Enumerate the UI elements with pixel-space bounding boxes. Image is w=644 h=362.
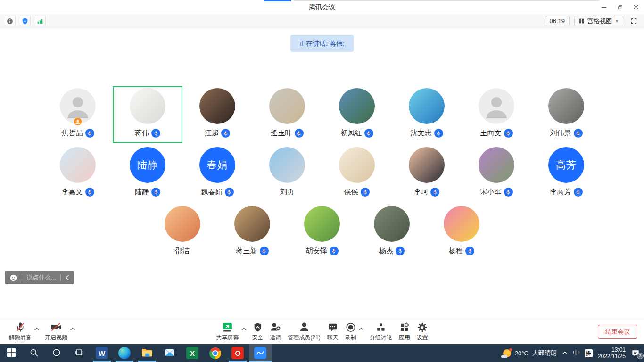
minimize-icon xyxy=(601,4,607,10)
meeting-info-button[interactable] xyxy=(4,16,16,26)
fullscreen-button[interactable] xyxy=(628,16,639,26)
participant-tile[interactable]: 王向文 xyxy=(462,86,531,143)
taskbar-app-search[interactable] xyxy=(23,344,45,362)
avatar-wrap xyxy=(479,88,514,124)
participant-tile[interactable]: 沈文忠 xyxy=(392,86,462,143)
taskbar-app-meeting[interactable] xyxy=(249,344,272,362)
emoji-button[interactable] xyxy=(9,274,17,282)
avatar-wrap xyxy=(234,206,270,242)
toolbar-share-button[interactable]: 共享屏幕 xyxy=(213,321,242,342)
participant-tile[interactable]: 刘勇 xyxy=(252,145,322,202)
acrobat-icon xyxy=(231,347,244,359)
participant-tile[interactable]: 逄玉叶 xyxy=(252,86,322,143)
ime-mode-indicator[interactable]: 拼 xyxy=(585,349,593,357)
taskbar-app-edge[interactable] xyxy=(113,344,136,362)
toolbar-security-button[interactable]: 安全 xyxy=(248,321,266,342)
toolbar-label: 聊天 xyxy=(327,334,339,342)
cortana-icon xyxy=(52,348,61,359)
taskbar-apps: WX xyxy=(0,344,272,362)
chevron-up-icon[interactable] xyxy=(69,323,76,335)
participant-tile[interactable]: 李嘉文 xyxy=(43,145,113,202)
security-status-button[interactable] xyxy=(19,16,31,26)
taskbar-app-acrobat[interactable] xyxy=(226,344,249,362)
taskbar-app-taskview[interactable] xyxy=(68,344,91,362)
participant-label: 王向文 xyxy=(480,129,513,138)
participant-tile[interactable]: 胡安铎 xyxy=(287,204,357,261)
chevron-up-icon[interactable] xyxy=(358,323,365,335)
taskbar-app-excel[interactable]: X xyxy=(181,344,204,362)
participant-tile[interactable]: 焦哲晶 xyxy=(43,86,113,143)
participant-label: 魏春娟 xyxy=(201,188,234,197)
participant-name: 蒋三新 xyxy=(236,247,257,255)
restore-button[interactable] xyxy=(612,0,628,14)
participant-tile[interactable]: 杨杰 xyxy=(357,204,427,261)
participant-avatar xyxy=(130,88,165,124)
taskbar-clock[interactable]: 13:01 2022/11/25 xyxy=(598,346,626,360)
end-meeting-button[interactable]: 结束会议 xyxy=(598,325,637,339)
participant-tile[interactable]: 李珂 xyxy=(392,145,462,202)
toolbar-apps-button[interactable]: 应用 xyxy=(396,321,413,342)
signal-bars-icon xyxy=(36,17,44,25)
chevron-up-icon[interactable] xyxy=(240,323,248,335)
participant-label: 李珂 xyxy=(414,188,439,197)
participant-label: 邵洁 xyxy=(175,247,190,255)
toolbar-label: 解除静音 xyxy=(9,334,32,342)
toolbar-invite-button[interactable]: 邀请 xyxy=(266,321,284,342)
toolbar-record-button[interactable]: 录制 xyxy=(342,321,360,342)
taskbar-app-cortana[interactable] xyxy=(45,344,68,362)
taskbar-app-start[interactable] xyxy=(0,344,23,362)
participant-tile[interactable]: 杨程 xyxy=(427,204,496,261)
ime-language-indicator[interactable]: 中 xyxy=(573,349,579,357)
action-center-button[interactable]: 3 xyxy=(631,348,640,358)
taskbar-app-mail[interactable] xyxy=(158,344,181,362)
weather-widget[interactable]: 20°C 大部晴朗 xyxy=(503,349,557,357)
toolbar-breakout-button[interactable]: 分组讨论 xyxy=(366,321,396,342)
meeting-infobar: 06:19 宫格视图 ▼ xyxy=(0,14,644,28)
minimize-button[interactable] xyxy=(596,0,612,14)
participant-name: 江超 xyxy=(205,129,219,138)
participant-tile[interactable]: 宋小军 xyxy=(462,145,531,202)
avatar-wrap xyxy=(130,88,165,124)
close-button[interactable] xyxy=(628,0,644,14)
toolbar-label: 安全 xyxy=(252,334,263,342)
participant-avatar xyxy=(548,88,584,124)
mic-muted-icon xyxy=(430,188,439,197)
collapse-chat-button[interactable] xyxy=(65,275,69,280)
participant-tile[interactable]: 江超 xyxy=(182,86,252,143)
taskbar-app-chrome[interactable] xyxy=(204,344,226,362)
participant-tile[interactable]: 侯侯 xyxy=(322,145,392,202)
tray-overflow-button[interactable] xyxy=(562,351,568,355)
toolbar-settings-button[interactable]: 设置 xyxy=(413,321,431,342)
toolbar-chat-button[interactable]: 聊天 xyxy=(324,321,342,342)
weather-sun-icon xyxy=(503,349,511,357)
avatar-wrap xyxy=(60,88,96,124)
participant-tile[interactable]: 高芳李高芳 xyxy=(531,145,601,202)
chevron-up-icon xyxy=(562,351,568,355)
taskbar-app-explorer[interactable] xyxy=(136,344,158,362)
chat-input[interactable]: 说点什么... xyxy=(26,273,56,282)
avatar-wrap xyxy=(269,147,305,183)
participant-label: 宋小军 xyxy=(480,188,513,197)
chevron-up-icon[interactable] xyxy=(33,323,41,335)
layout-view-button[interactable]: 宫格视图 ▼ xyxy=(574,16,623,26)
participant-tile[interactable]: 邵洁 xyxy=(148,204,217,261)
participant-tile[interactable]: 刘伟景 xyxy=(531,86,601,143)
participant-tile[interactable]: 初凤红 xyxy=(322,86,392,143)
participant-tile[interactable]: 春娟魏春娟 xyxy=(182,145,252,202)
participant-tile[interactable]: 陆静陆静 xyxy=(113,145,182,202)
participant-name: 李高芳 xyxy=(550,188,571,197)
participant-tile[interactable]: 蒋三新 xyxy=(217,204,287,261)
participant-tile[interactable]: 蒋伟 xyxy=(113,86,182,143)
participant-name: 沈文忠 xyxy=(411,129,432,138)
toolbar-video-button[interactable]: 开启视频 xyxy=(41,321,71,342)
participant-name: 魏春娟 xyxy=(201,188,223,197)
toolbar-unmute-button[interactable]: 解除静音 xyxy=(6,321,35,342)
network-status-button[interactable] xyxy=(34,16,46,26)
avatar-wrap xyxy=(374,206,410,242)
taskbar-app-word[interactable]: W xyxy=(91,344,113,362)
task-view-icon xyxy=(74,348,84,359)
edge-icon xyxy=(118,347,131,359)
mic-muted-icon xyxy=(221,129,230,138)
toolbar-members-button[interactable]: 管理成员(21) xyxy=(284,321,323,342)
participant-label: 蒋三新 xyxy=(236,247,269,255)
